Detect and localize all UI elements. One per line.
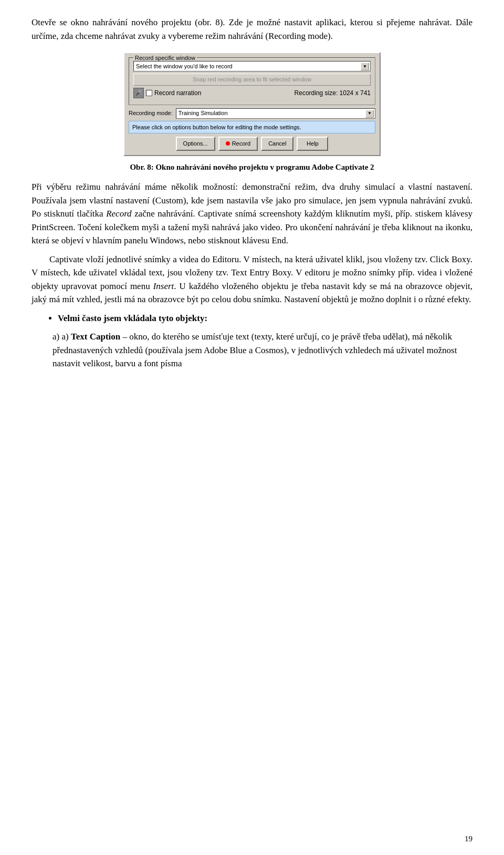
narration-row: 🎤 Record narration Recording size: 1024 … [133,88,371,98]
window-select-row: Select the window you'd like to record ▼ [133,61,371,71]
alpha-list: a) Text Caption – okno, do kterého se um… [52,330,472,370]
options-button[interactable]: Options... [176,137,215,151]
recording-size-label: Recording size: 1024 x 741 [295,88,371,98]
help-button[interactable]: Help [297,137,328,151]
mode-row: Recording mode: Training Simulation ▼ [129,108,375,119]
button-row: Options... Record Cancel Help [129,137,375,151]
mode-label-text: Recording mode: [129,109,173,118]
record-dot-icon [226,141,230,146]
bullet-item-heading: Velmi často jsem vkládala tyto objekty: [58,312,472,325]
paragraph-1: Otevře se okno nahrávání nového projektu… [32,16,472,43]
list-item-a: a) Text Caption – okno, do kterého se um… [52,330,472,370]
bullet-section: Velmi často jsem vkládala tyto objekty: [47,312,472,325]
figure-caption: Obr. 8: Okno nahrávání nového projektu v… [32,161,472,173]
window-select-field[interactable]: Select the window you'd like to record ▼ [133,61,371,71]
record-specific-window-group: Record specific window Select the window… [129,57,375,105]
page-number: 19 [465,833,472,845]
mode-select-field[interactable]: Training Simulation ▼ [176,108,375,119]
screenshot-container: Record specific window Select the window… [32,52,472,156]
narration-checkbox[interactable] [146,90,152,96]
dialog-box: Record specific window Select the window… [123,52,381,156]
narration-label: Record narration [154,88,201,98]
cancel-button[interactable]: Cancel [261,137,293,151]
narration-left: 🎤 Record narration [133,88,201,98]
page-content: Otevře se okno nahrávání nového projektu… [32,16,472,370]
record-button[interactable]: Record [218,137,258,151]
hint-text: Please click on options button below for… [129,121,375,134]
select-arrow-icon[interactable]: ▼ [361,63,369,70]
paragraph-3: Captivate vloží jednotlivé snímky a vide… [32,253,472,306]
mode-select-arrow-icon[interactable]: ▼ [365,110,374,118]
snap-button[interactable]: Snap red recording area to fit selected … [133,74,371,86]
mic-icon: 🎤 [133,88,144,98]
paragraph-2: Při výběru režimu nahrávání máme několik… [32,180,472,248]
